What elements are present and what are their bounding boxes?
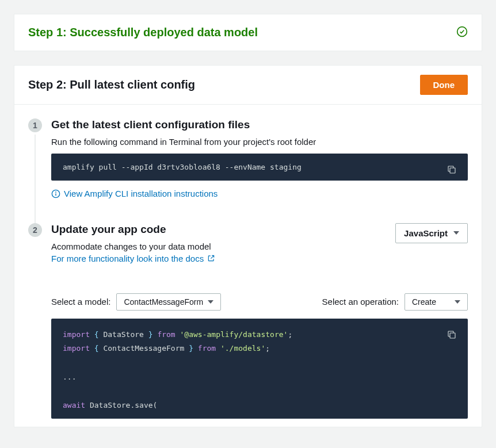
copy-code-button[interactable] [444,327,460,343]
model-select-value: ContactMessageForm [124,297,203,307]
info-icon [51,189,60,198]
operation-select-value: Create [412,297,436,307]
svg-point-4 [56,192,56,192]
svg-rect-1 [450,168,455,173]
cli-install-link[interactable]: View Amplify CLI installation instructio… [51,189,218,198]
cli-command-block: amplify pull --appId d3rtv3obloa6l8 --en… [51,154,468,181]
model-select[interactable]: ContactMessageForm [116,293,221,311]
sample-code-block: import { DataStore } from '@aws-amplify/… [51,319,468,419]
step1-card: Step 1: Successfully deployed data model [14,14,482,51]
docs-link-text: For more functionality look into the doc… [51,254,204,263]
step1-title: Step 1: Successfully deployed data model [28,26,258,39]
code-blank [63,384,456,399]
success-check-icon [456,26,468,39]
cli-command-text: amplify pull --appId d3rtv3obloa6l8 --en… [63,163,302,171]
step2-header: Step 2: Pull latest client config Done [14,66,482,105]
code-line-4: await DataStore.save( [63,399,456,413]
code-ellipsis: ... [63,370,456,385]
operation-select-label: Select an operation: [322,297,399,307]
docs-link[interactable]: For more functionality look into the doc… [51,254,215,263]
step2-body: 1 Get the latest client configuration fi… [14,105,482,427]
model-select-label: Select a model: [51,297,110,307]
done-button[interactable]: Done [420,75,468,95]
substep-2-desc: Acommodate changes to your data model [51,242,215,251]
substep-2: 2 Update your app code Acommodate change… [28,223,468,427]
external-link-icon [207,254,215,262]
language-select-value: JavaScript [404,228,448,238]
substep-1-content: Get the latest client configuration file… [51,118,468,200]
step2-card: Step 2: Pull latest client config Done 1… [14,65,482,427]
step1-header: Step 1: Successfully deployed data model [14,14,482,51]
substep-2-title: Update your app code [51,223,215,236]
selects-row: Select a model: ContactMessageForm Selec… [51,293,468,311]
code-blank [63,356,456,370]
substep-1-desc: Run the following command in Terminal fr… [51,137,468,147]
copy-cli-button[interactable] [444,162,460,178]
language-select[interactable]: JavaScript [395,223,468,243]
chevron-down-icon [455,300,460,304]
step2-title: Step 2: Pull latest client config [28,78,195,91]
operation-select[interactable]: Create [405,293,468,311]
cli-install-link-text: View Amplify CLI installation instructio… [64,189,218,198]
substep-2-badge: 2 [28,223,42,237]
substep-1-badge: 1 [28,118,42,132]
copy-icon [447,330,457,340]
svg-rect-5 [450,333,455,338]
substep-1: 1 Get the latest client configuration fi… [28,118,468,200]
chevron-down-icon [453,231,459,235]
copy-icon [447,164,457,175]
model-select-group: Select a model: ContactMessageForm [51,293,221,311]
substep-1-title: Get the latest client configuration file… [51,118,468,131]
code-line-1: import { DataStore } from '@aws-amplify/… [63,328,456,342]
chevron-down-icon [208,300,213,304]
substep-2-content: Update your app code Acommodate changes … [51,223,468,427]
operation-select-group: Select an operation: Create [322,293,468,311]
code-line-2: import { ContactMessageForm } from './mo… [63,342,456,356]
